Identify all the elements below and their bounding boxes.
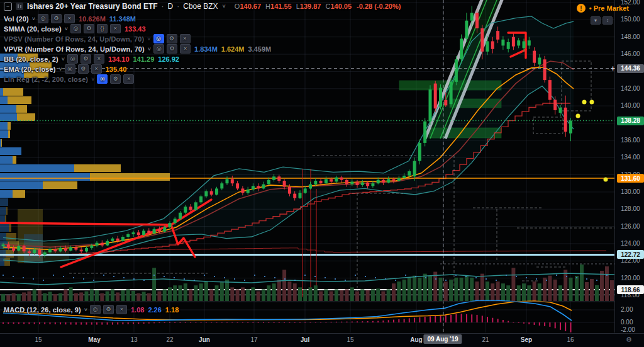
price-marker: 118.66 [617, 285, 644, 294]
price-tick: 146.00 [621, 50, 640, 57]
separator-dot: · [177, 2, 179, 11]
price-axis[interactable]: 152.00150.00148.00146.00144.00142.00140.… [614, 0, 644, 333]
indicator-value: 1.08 [131, 306, 144, 314]
close-icon[interactable]: × [94, 54, 104, 64]
indicator-name: BB (20, close, 2) [4, 55, 58, 63]
eye-icon[interactable]: ◎ [153, 34, 164, 43]
ohlc-value: 139.87 [300, 3, 321, 10]
ohlc-label: H [265, 3, 270, 10]
time-tick: 21 [482, 336, 489, 343]
chevron-down-icon[interactable]: ˅ [32, 16, 35, 22]
chevron-down-icon[interactable]: ˅ [84, 307, 87, 313]
price-marker: 144.36+ [617, 64, 644, 73]
alert-icon[interactable]: ! [577, 4, 586, 13]
premarket-dot [582, 100, 587, 105]
indicator-name: Vol (20) [4, 15, 29, 23]
time-axis[interactable]: 15May1322Jun17Jul15Aug21Sep1609 Aug '19 [0, 333, 644, 347]
time-tick: 16 [567, 336, 574, 343]
price-marker: 131.60 [617, 174, 644, 183]
gear-icon[interactable]: ⚙ [51, 14, 62, 23]
indicator-name: SMMA (20, close) [4, 25, 62, 33]
indicator-row[interactable]: EMA (20, close)˅◎⚙×135.40 [4, 64, 126, 74]
eye-icon[interactable]: ◎ [70, 24, 81, 33]
indicator-row[interactable]: BB (20, close, 2)˅◎⚙×134.10141.29126.92 [4, 54, 179, 64]
chevron-down-icon[interactable]: ˅ [148, 46, 151, 52]
close-icon[interactable]: × [180, 44, 191, 54]
price-tick: 130.00 [621, 188, 640, 195]
macd-tick: 2.00 [621, 306, 633, 313]
eye-icon[interactable]: ◎ [67, 54, 78, 64]
indicator-row[interactable]: SMMA (20, close)˅◎⚙{}×133.43 [4, 24, 146, 33]
time-tick: 22 [166, 336, 173, 343]
gear-icon[interactable]: ⚙ [103, 305, 114, 314]
scale-button[interactable]: ▾ [591, 16, 601, 25]
indicator-value: 10.626M [79, 15, 106, 23]
indicator-row[interactable]: Vol (20)˅◎⚙×10.626M11.348M [4, 14, 136, 23]
price-tick: 124.00 [621, 240, 640, 247]
gear-icon[interactable]: ⚙ [167, 44, 177, 54]
indicator-name: Lin Reg (2, -2, 200, close) [4, 76, 88, 83]
close-icon[interactable]: × [116, 305, 127, 314]
indicator-name: EMA (20, close) [4, 65, 55, 73]
eye-icon[interactable]: ◎ [153, 44, 164, 54]
price-tick: 126.00 [621, 223, 640, 230]
eye-icon[interactable]: ◎ [97, 74, 108, 84]
exchange-label[interactable]: Cboe BZX [183, 2, 218, 11]
chevron-down-icon[interactable]: ˅ [223, 3, 226, 9]
indicator-row[interactable]: Lin Reg (2, -2, 200, close)˅◎⚙× [4, 74, 134, 84]
indicator-row[interactable]: MACD (12, 26, close, 9)˅◎⚙×1.082.261.18 [4, 305, 179, 314]
indicator-name: MACD (12, 26, close, 9) [4, 306, 81, 314]
gear-icon[interactable]: ⚙ [78, 64, 89, 74]
close-icon[interactable]: × [64, 14, 75, 23]
gear-icon[interactable]: ⚙ [626, 336, 632, 344]
indicator-value: 3.459M [248, 45, 272, 53]
macd-tick: 0.00 [621, 319, 633, 326]
price-marker: 138.28 [617, 117, 644, 125]
braces-icon[interactable]: {} [97, 24, 108, 33]
eye-icon[interactable]: ◎ [38, 14, 48, 23]
time-tick: Aug [410, 336, 422, 343]
indicator-value: 1.624M [221, 45, 245, 53]
premarket-badge: ! • Pre Market [577, 4, 629, 13]
premarket-dot [576, 114, 580, 118]
indicator-value: 133.43 [125, 25, 146, 33]
time-tick: Sep [521, 336, 532, 343]
close-icon[interactable]: × [123, 74, 134, 84]
chart-type-icon[interactable] [16, 3, 23, 10]
gear-icon[interactable]: ⚙ [167, 34, 177, 43]
time-tick: May [88, 336, 100, 343]
chevron-down-icon[interactable]: ˅ [91, 76, 94, 82]
gear-icon[interactable]: ⚙ [110, 74, 121, 84]
price-tick: 140.00 [621, 102, 640, 109]
close-icon[interactable]: × [110, 24, 121, 33]
eye-icon[interactable]: ◎ [90, 305, 101, 314]
ohlc-values: O140.67H141.55L139.87C140.05 [235, 3, 352, 10]
indicator-value: 1.18 [165, 306, 179, 314]
gear-icon[interactable]: ⚙ [84, 24, 94, 33]
price-tick: 120.00 [621, 275, 640, 282]
chevron-down-icon[interactable]: ˅ [58, 66, 62, 72]
indicator-name: VPSV (Number Of Rows, 24, Up/Down, 70) [4, 35, 144, 43]
close-icon[interactable]: × [180, 34, 191, 43]
indicator-row[interactable]: VPSV (Number Of Rows, 24, Up/Down, 70)˅◎… [4, 34, 191, 43]
time-tick: 13 [130, 336, 137, 343]
chevron-down-icon[interactable]: ˅ [62, 56, 65, 62]
gear-icon[interactable]: ⚙ [80, 54, 91, 64]
interval-label[interactable]: D [168, 2, 174, 11]
premarket-dot [604, 178, 608, 182]
chevron-down-icon[interactable]: ˅ [147, 36, 150, 42]
premarket-dot [590, 100, 594, 105]
indicator-row[interactable]: VPVR (Number Of Rows, 24, Up/Down, 70)˅◎… [4, 44, 271, 54]
ohlc-value: 140.05 [330, 3, 352, 10]
scale-button[interactable]: ↕ [602, 16, 613, 25]
eye-icon[interactable]: ◎ [65, 64, 75, 74]
time-tick: Jul [301, 336, 309, 343]
window-icon[interactable]: – [4, 3, 12, 11]
price-tick: 150.00 [621, 16, 640, 23]
indicator-value: 141.29 [133, 55, 155, 63]
step-line-2 [157, 248, 606, 253]
close-icon[interactable]: × [91, 64, 102, 74]
indicator-value: 1.834M [194, 45, 218, 53]
chevron-down-icon[interactable]: ˅ [65, 26, 68, 32]
symbol-title[interactable]: Ishares 20+ Year Treasury Bond ETF [27, 2, 158, 11]
